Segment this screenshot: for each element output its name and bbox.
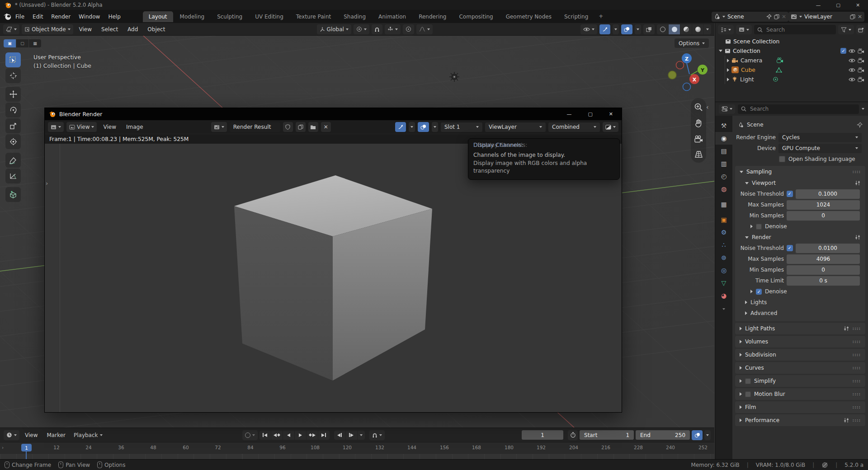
vp-noise-checkbox[interactable] — [787, 191, 793, 197]
disable-render-camera-icon[interactable] — [858, 48, 864, 54]
rotate-tool[interactable] — [5, 103, 21, 118]
hide-eye-icon[interactable] — [849, 67, 855, 73]
falloff-dropdown[interactable] — [416, 24, 433, 34]
drag-grip-icon[interactable]: :::: — [853, 169, 861, 174]
overlay-toggle-dropdown[interactable] — [704, 430, 711, 440]
tab-scripting[interactable]: Scripting — [558, 11, 594, 22]
drag-grip-icon[interactable]: :::: — [853, 405, 861, 409]
menu-render[interactable]: Render — [47, 12, 75, 22]
new-viewlayer-icon[interactable] — [850, 14, 855, 19]
transform-orientation-dropdown[interactable]: Global — [317, 24, 351, 34]
playback-sync-button[interactable] — [369, 430, 385, 440]
visibility-dropdown[interactable] — [580, 24, 597, 34]
r-noise-field[interactable]: 0.0100 — [796, 244, 860, 253]
blender-menu-icon[interactable] — [4, 13, 11, 20]
navigation-gizmo[interactable]: Z Y X — [663, 48, 710, 95]
panel-film[interactable]: Film :::: — [735, 401, 865, 413]
tab-object[interactable]: ▣ — [715, 213, 732, 226]
frame-step-dropdown[interactable] — [358, 431, 365, 440]
breadcrumb-label[interactable]: Scene — [747, 122, 764, 128]
camera-label[interactable]: Camera — [741, 57, 762, 64]
current-frame-field[interactable]: 1 — [522, 430, 563, 440]
tab-texture-paint[interactable]: Texture Paint — [290, 11, 337, 22]
image-name-field[interactable]: Render Result — [230, 122, 280, 132]
tab-uv-editing[interactable]: UV Editing — [249, 11, 289, 22]
tab-collection[interactable]: ▦ — [715, 198, 732, 211]
tab-shading[interactable]: Shading — [338, 11, 372, 22]
cube-expand-icon[interactable] — [727, 68, 729, 72]
panel-motion-blur[interactable]: Motion Blur :::: — [735, 388, 865, 400]
shading-wireframe-button[interactable] — [657, 24, 668, 34]
copy-icon[interactable] — [774, 14, 779, 19]
play-button[interactable] — [295, 431, 306, 440]
vp-denoise-checkbox[interactable] — [756, 224, 762, 230]
jump-to-end-button[interactable] — [318, 431, 330, 440]
tab-world[interactable]: ◍ — [715, 183, 732, 195]
r-max-field[interactable]: 4096 — [787, 254, 860, 264]
outliner-filter-button[interactable] — [838, 25, 854, 34]
outliner-editor-type-button[interactable] — [718, 25, 734, 34]
outliner-search[interactable] — [754, 25, 836, 34]
remove-viewlayer-icon[interactable]: ✕ — [858, 14, 862, 20]
measure-tool[interactable] — [5, 169, 21, 183]
tab-rendering[interactable]: Rendering — [413, 11, 452, 22]
cursor-tool[interactable] — [5, 68, 21, 83]
pivot-point-dropdown[interactable] — [354, 24, 369, 34]
select-mode-extend-button[interactable]: ▢ — [16, 39, 28, 47]
hide-eye-icon[interactable] — [849, 77, 855, 82]
pass-dropdown[interactable]: Combined — [548, 122, 600, 132]
render-minimize-button[interactable]: — — [566, 111, 571, 117]
editor-type-button[interactable] — [3, 24, 19, 34]
properties-search[interactable] — [738, 104, 859, 114]
presets-icon[interactable] — [844, 418, 849, 423]
r-time-field[interactable]: 0 s — [787, 276, 860, 286]
show-gizmo-toggle[interactable] — [599, 24, 610, 34]
slot-dropdown[interactable]: Slot 1 — [441, 122, 482, 132]
image-browse-button[interactable] — [211, 122, 227, 132]
minimize-button[interactable]: — — [816, 2, 821, 8]
menu-file[interactable]: File — [11, 12, 28, 22]
timeline-ruler[interactable]: › 12 24 36 48 60 72 84 96 108 120 132 14… — [0, 442, 714, 453]
menu-window[interactable]: Window — [75, 12, 104, 22]
cube-label[interactable]: Cube — [741, 67, 755, 73]
drag-grip-icon[interactable]: :::: — [853, 339, 861, 344]
current-frame-marker[interactable]: 1 — [21, 444, 32, 451]
auto-keying-button[interactable] — [242, 430, 258, 440]
jump-to-start-button[interactable] — [259, 431, 271, 440]
render-engine-dropdown[interactable]: Cycles — [778, 133, 862, 142]
disable-render-camera-icon[interactable] — [858, 67, 864, 73]
drag-grip-icon[interactable]: :::: — [853, 379, 861, 383]
scene-collection-label[interactable]: Scene Collection — [733, 38, 779, 45]
shading-dropdown[interactable] — [704, 24, 711, 34]
gizmo-dropdown[interactable] — [613, 24, 619, 34]
viewlayer-name[interactable]: ViewLayer — [804, 14, 848, 20]
light-object-gizmo[interactable] — [448, 71, 460, 83]
timeline-menu-marker[interactable]: Marker — [43, 431, 69, 440]
panel-simplify[interactable]: Simplify :::: — [735, 375, 865, 387]
sampling-header[interactable]: Sampling :::: — [735, 166, 865, 178]
panel-performance[interactable]: Performance :::: — [735, 414, 865, 426]
tab-layout[interactable]: Layout — [143, 11, 173, 22]
mode-dropdown[interactable]: Object Mode — [22, 24, 73, 34]
render-window-titlebar[interactable]: Blender Render — ▢ ✕ — [45, 108, 622, 120]
panel-subdivision[interactable]: Subdivision :::: — [735, 349, 865, 361]
collection-label[interactable]: Collection — [733, 48, 760, 54]
outliner-row-cube[interactable]: Cube — [726, 65, 865, 75]
scene-name[interactable]: Scene — [727, 14, 764, 20]
rw-gizmo-dropdown[interactable] — [409, 122, 415, 132]
properties-editor-type-button[interactable] — [719, 104, 735, 114]
tab-modeling[interactable]: Modeling — [174, 11, 211, 22]
vp-noise-field[interactable]: 0.1000 — [796, 189, 860, 199]
fake-user-button[interactable] — [283, 122, 293, 132]
menu-edit[interactable]: Edit — [28, 12, 47, 22]
zoom-icon[interactable] — [694, 103, 703, 112]
r-denoise-checkbox[interactable] — [756, 289, 762, 295]
osl-checkbox[interactable] — [779, 156, 785, 162]
tab-scene[interactable]: ◴ — [715, 170, 732, 183]
tab-output[interactable]: ▤ — [715, 145, 732, 157]
vp-min-field[interactable]: 0 — [787, 211, 860, 221]
disable-render-camera-icon[interactable] — [858, 58, 864, 63]
timeline-menu-playback[interactable]: Playback — [71, 430, 105, 440]
vp-menu-add[interactable]: Add — [124, 25, 142, 34]
grid-icon[interactable] — [694, 150, 703, 158]
